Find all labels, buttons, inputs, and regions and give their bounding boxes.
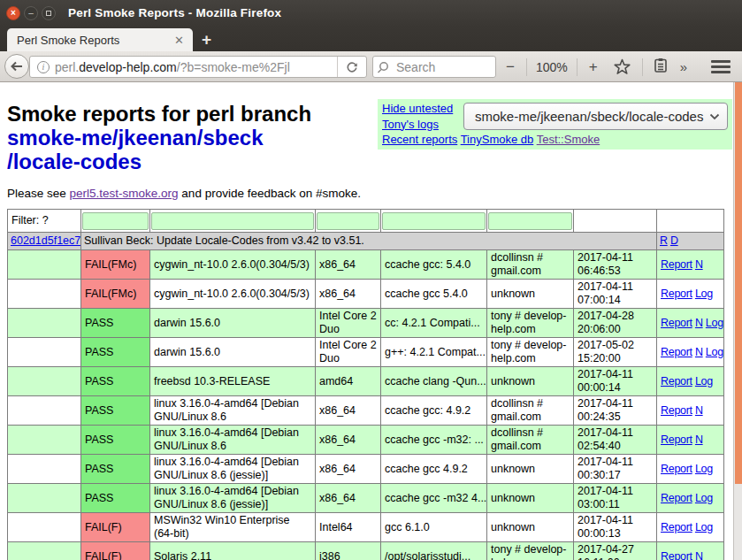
arch-cell: amd64 — [316, 367, 381, 396]
commit-sha-link[interactable]: 602d1d5f1ec7 — [11, 234, 80, 247]
test-smoke-link[interactable]: Test::Smoke — [537, 133, 600, 146]
status-cell: FAIL(FMc) — [81, 250, 150, 280]
report-link[interactable]: Report — [661, 258, 692, 271]
os-cell: linux 3.16.0-4-amd64 [Debian GNU/Linux 8… — [150, 455, 316, 484]
report-link[interactable]: N — [695, 404, 703, 417]
filter-os-input[interactable] — [151, 212, 314, 230]
report-links-cell: Report Log — [657, 367, 724, 396]
report-link[interactable]: Log — [706, 317, 723, 329]
arch-cell: x86_64 — [316, 455, 381, 484]
report-link[interactable]: N — [695, 317, 703, 329]
report-link[interactable]: Report — [661, 521, 692, 533]
overflow-menu-button[interactable]: » — [673, 59, 693, 74]
report-link[interactable]: Log — [695, 492, 713, 504]
submitter-cell: unknown — [487, 280, 574, 309]
tonys-logs-link[interactable]: Tony's logs — [382, 118, 439, 131]
arch-cell: x86_64 — [316, 396, 381, 426]
new-tab-button[interactable]: + — [202, 31, 211, 49]
os-cell: linux 3.16.0-4-amd64 [Debian GNU/Linux 8… — [150, 396, 316, 426]
report-link[interactable]: Log — [695, 521, 713, 533]
report-link[interactable]: Report — [661, 492, 692, 504]
arch-cell: Intel Core 2 Duo — [316, 309, 381, 338]
os-cell: darwin 15.6.0 — [150, 338, 316, 367]
window-close-button[interactable]: × — [6, 6, 20, 20]
menu-button[interactable] — [704, 58, 738, 76]
arch-cell: i386 — [316, 542, 381, 560]
arch-cell: Intel Core 2 Duo — [316, 338, 381, 367]
report-link[interactable]: Report — [661, 375, 692, 387]
os-cell: linux 3.16.0-4-amd64 [Debian GNU/Linux 8… — [150, 426, 316, 455]
report-link[interactable]: Log — [695, 288, 713, 300]
zoom-out-button[interactable]: − — [500, 58, 521, 76]
report-links-cell: Report N Log — [657, 309, 724, 338]
test-smoke-org-link[interactable]: perl5.test-smoke.org — [70, 187, 179, 200]
url-bar[interactable]: i perl.develop-help.com/?b=smoke-me%2Fjl — [29, 56, 367, 78]
report-link[interactable]: Log — [706, 346, 723, 358]
status-cell: FAIL(F) — [81, 513, 150, 542]
report-link[interactable]: Report — [661, 433, 692, 446]
report-link[interactable]: Report — [661, 346, 692, 358]
window-maximize-button[interactable] — [42, 6, 56, 20]
intro-text: Please see perl5.test-smoke.org and prov… — [7, 187, 726, 200]
status-cell: PASS — [81, 367, 150, 396]
report-link[interactable]: N — [695, 550, 703, 560]
status-cell: FAIL(F) — [81, 542, 150, 560]
navigation-toolbar: i perl.develop-help.com/?b=smoke-me%2Fjl… — [0, 51, 742, 82]
os-cell: MSWin32 Win10 Enterprise (64-bit) — [150, 513, 316, 542]
branch-select[interactable]: smoke-me/jkeenan/sbeck/locale-codes — [463, 103, 728, 130]
commit-r-link[interactable]: R — [660, 234, 668, 247]
top-links-box: smoke-me/jkeenan/sbeck/locale-codes Hide… — [378, 99, 732, 150]
filter-compiler-input[interactable] — [382, 212, 486, 230]
reload-button[interactable] — [337, 56, 366, 78]
hide-untested-link[interactable]: Hide untested — [382, 102, 453, 115]
arch-cell: x86_64 — [316, 250, 381, 280]
report-link[interactable]: Report — [661, 317, 692, 329]
report-link[interactable]: N — [695, 433, 703, 446]
zoom-in-button[interactable]: + — [583, 58, 604, 76]
report-link[interactable]: Report — [661, 288, 692, 300]
status-cell: FAIL(FMc) — [81, 280, 150, 309]
filter-arch-input[interactable] — [317, 212, 379, 230]
compiler-cell: ccache clang -Qun... — [381, 367, 487, 396]
report-row: PASS darwin 15.6.0 Intel Core 2 Duo g++:… — [8, 338, 724, 367]
chevron-down-icon — [709, 113, 720, 120]
toolbar-buttons: − 100% + » — [500, 51, 738, 82]
os-cell: darwin 15.6.0 — [150, 309, 316, 338]
report-row: FAIL(FMc) cygwin_nt-10.0 2.6.0(0.304/5/3… — [8, 280, 724, 309]
status-cell: PASS — [81, 455, 150, 484]
recent-reports-link[interactable]: Recent reports — [382, 133, 457, 146]
report-link[interactable]: Log — [695, 463, 713, 475]
back-button[interactable] — [4, 54, 29, 79]
url-text: perl.develop-help.com/?b=smoke-me%2Fjl — [55, 60, 337, 74]
window-minimize-button[interactable]: – — [24, 6, 38, 20]
report-links-cell: Report Log — [657, 280, 724, 309]
compiler-cell: ccache gcc: 4.9.2 — [381, 396, 487, 426]
report-link[interactable]: Report — [661, 463, 692, 475]
date-cell: 2017-04-11 00:00:14 — [574, 367, 657, 396]
commit-d-link[interactable]: D — [670, 234, 678, 247]
report-link[interactable]: N — [695, 258, 703, 271]
filter-status-input[interactable] — [82, 212, 149, 230]
report-links-cell: Report Log — [657, 455, 724, 484]
zoom-level[interactable]: 100% — [532, 60, 571, 74]
report-link[interactable]: Report — [661, 404, 692, 417]
search-icon — [373, 60, 393, 74]
submitter-cell: dcollinsn # gmail.com — [487, 426, 574, 455]
scrollbar[interactable] — [733, 82, 742, 560]
report-link[interactable]: Log — [695, 375, 713, 387]
tinysmoke-db-link[interactable]: TinySmoke db — [461, 133, 534, 146]
bookmarks-menu-icon[interactable] — [648, 58, 673, 77]
report-link[interactable]: Report — [661, 550, 692, 560]
report-link[interactable]: N — [695, 346, 703, 358]
browser-tab[interactable]: Perl Smoke Reports ✕ — [7, 28, 193, 51]
search-bar[interactable]: Search — [372, 56, 496, 78]
submitter-cell: unknown — [487, 513, 574, 542]
os-cell: cygwin_nt-10.0 2.6.0(0.304/5/3) — [150, 280, 316, 309]
submitter-cell: tony # develop-help.com — [487, 338, 574, 367]
site-info-icon[interactable]: i — [37, 61, 50, 73]
filter-email-input[interactable] — [488, 212, 572, 230]
bookmark-star-icon[interactable] — [608, 58, 637, 75]
tab-title: Perl Smoke Reports — [17, 34, 172, 47]
tab-close-icon[interactable]: ✕ — [172, 34, 186, 47]
scrollbar-thumb[interactable] — [735, 82, 742, 484]
